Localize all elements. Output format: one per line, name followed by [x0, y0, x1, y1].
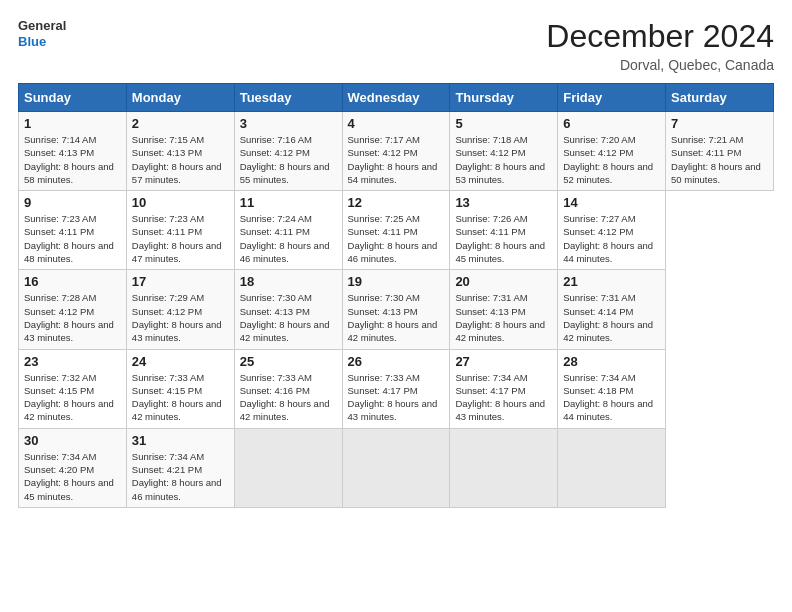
col-header-thursday: Thursday: [450, 84, 558, 112]
sunset-label: Sunset: 4:14 PM: [563, 306, 633, 317]
sunrise-label: Sunrise: 7:32 AM: [24, 372, 96, 383]
cell-info: Sunrise: 7:27 AM Sunset: 4:12 PM Dayligh…: [563, 212, 660, 265]
day-number: 19: [348, 274, 445, 289]
sunrise-label: Sunrise: 7:17 AM: [348, 134, 420, 145]
cell-info: Sunrise: 7:15 AM Sunset: 4:13 PM Dayligh…: [132, 133, 229, 186]
cell-info: Sunrise: 7:14 AM Sunset: 4:13 PM Dayligh…: [24, 133, 121, 186]
sunset-label: Sunset: 4:16 PM: [240, 385, 310, 396]
day-number: 27: [455, 354, 552, 369]
cell-w4-d3: [342, 428, 450, 507]
sunset-label: Sunset: 4:13 PM: [348, 306, 418, 317]
sunrise-label: Sunrise: 7:28 AM: [24, 292, 96, 303]
day-number: 14: [563, 195, 660, 210]
sunrise-label: Sunrise: 7:16 AM: [240, 134, 312, 145]
month-title: December 2024: [546, 18, 774, 55]
day-number: 10: [132, 195, 229, 210]
sunrise-label: Sunrise: 7:18 AM: [455, 134, 527, 145]
sunset-label: Sunset: 4:11 PM: [24, 226, 94, 237]
cell-info: Sunrise: 7:16 AM Sunset: 4:12 PM Dayligh…: [240, 133, 337, 186]
cell-info: Sunrise: 7:34 AM Sunset: 4:21 PM Dayligh…: [132, 450, 229, 503]
day-number: 24: [132, 354, 229, 369]
cell-info: Sunrise: 7:29 AM Sunset: 4:12 PM Dayligh…: [132, 291, 229, 344]
sunset-label: Sunset: 4:13 PM: [240, 306, 310, 317]
day-number: 31: [132, 433, 229, 448]
sunset-label: Sunset: 4:17 PM: [455, 385, 525, 396]
logo-general: General: [18, 18, 66, 34]
daylight-label: Daylight: 8 hours and 42 minutes.: [240, 319, 330, 343]
day-number: 20: [455, 274, 552, 289]
sunrise-label: Sunrise: 7:21 AM: [671, 134, 743, 145]
cell-w4-d4: [450, 428, 558, 507]
sunrise-label: Sunrise: 7:20 AM: [563, 134, 635, 145]
cell-info: Sunrise: 7:18 AM Sunset: 4:12 PM Dayligh…: [455, 133, 552, 186]
sunrise-label: Sunrise: 7:31 AM: [455, 292, 527, 303]
cell-info: Sunrise: 7:17 AM Sunset: 4:12 PM Dayligh…: [348, 133, 445, 186]
sunset-label: Sunset: 4:12 PM: [24, 306, 94, 317]
logo: General Blue: [18, 18, 66, 49]
sunset-label: Sunset: 4:17 PM: [348, 385, 418, 396]
day-number: 28: [563, 354, 660, 369]
sunrise-label: Sunrise: 7:15 AM: [132, 134, 204, 145]
week-row-4: 30 Sunrise: 7:34 AM Sunset: 4:20 PM Dayl…: [19, 428, 774, 507]
daylight-label: Daylight: 8 hours and 55 minutes.: [240, 161, 330, 185]
sunrise-label: Sunrise: 7:25 AM: [348, 213, 420, 224]
daylight-label: Daylight: 8 hours and 42 minutes.: [132, 398, 222, 422]
sunrise-label: Sunrise: 7:29 AM: [132, 292, 204, 303]
cell-w0-d6: 7 Sunrise: 7:21 AM Sunset: 4:11 PM Dayli…: [666, 112, 774, 191]
day-number: 13: [455, 195, 552, 210]
cell-w0-d2: 3 Sunrise: 7:16 AM Sunset: 4:12 PM Dayli…: [234, 112, 342, 191]
day-number: 6: [563, 116, 660, 131]
col-header-friday: Friday: [558, 84, 666, 112]
cell-info: Sunrise: 7:25 AM Sunset: 4:11 PM Dayligh…: [348, 212, 445, 265]
daylight-label: Daylight: 8 hours and 47 minutes.: [132, 240, 222, 264]
cell-w2-d4: 20 Sunrise: 7:31 AM Sunset: 4:13 PM Dayl…: [450, 270, 558, 349]
cell-w0-d0: 1 Sunrise: 7:14 AM Sunset: 4:13 PM Dayli…: [19, 112, 127, 191]
sunset-label: Sunset: 4:12 PM: [132, 306, 202, 317]
day-number: 16: [24, 274, 121, 289]
cell-info: Sunrise: 7:34 AM Sunset: 4:18 PM Dayligh…: [563, 371, 660, 424]
cell-info: Sunrise: 7:31 AM Sunset: 4:13 PM Dayligh…: [455, 291, 552, 344]
sunset-label: Sunset: 4:12 PM: [563, 147, 633, 158]
col-header-monday: Monday: [126, 84, 234, 112]
cell-info: Sunrise: 7:24 AM Sunset: 4:11 PM Dayligh…: [240, 212, 337, 265]
cell-w1-d4: 13 Sunrise: 7:26 AM Sunset: 4:11 PM Dayl…: [450, 191, 558, 270]
week-row-2: 16 Sunrise: 7:28 AM Sunset: 4:12 PM Dayl…: [19, 270, 774, 349]
logo-blue: Blue: [18, 34, 66, 50]
sunrise-label: Sunrise: 7:33 AM: [348, 372, 420, 383]
sunset-label: Sunset: 4:20 PM: [24, 464, 94, 475]
cell-w1-d0: 9 Sunrise: 7:23 AM Sunset: 4:11 PM Dayli…: [19, 191, 127, 270]
daylight-label: Daylight: 8 hours and 44 minutes.: [563, 240, 653, 264]
daylight-label: Daylight: 8 hours and 50 minutes.: [671, 161, 761, 185]
day-number: 30: [24, 433, 121, 448]
daylight-label: Daylight: 8 hours and 46 minutes.: [348, 240, 438, 264]
sunrise-label: Sunrise: 7:14 AM: [24, 134, 96, 145]
cell-w3-d3: 26 Sunrise: 7:33 AM Sunset: 4:17 PM Dayl…: [342, 349, 450, 428]
day-number: 23: [24, 354, 121, 369]
sunset-label: Sunset: 4:11 PM: [348, 226, 418, 237]
sunrise-label: Sunrise: 7:31 AM: [563, 292, 635, 303]
day-number: 17: [132, 274, 229, 289]
sunrise-label: Sunrise: 7:34 AM: [132, 451, 204, 462]
cell-info: Sunrise: 7:34 AM Sunset: 4:17 PM Dayligh…: [455, 371, 552, 424]
day-number: 3: [240, 116, 337, 131]
cell-info: Sunrise: 7:30 AM Sunset: 4:13 PM Dayligh…: [240, 291, 337, 344]
daylight-label: Daylight: 8 hours and 44 minutes.: [563, 398, 653, 422]
day-number: 4: [348, 116, 445, 131]
day-number: 26: [348, 354, 445, 369]
daylight-label: Daylight: 8 hours and 45 minutes.: [24, 477, 114, 501]
page: General Blue December 2024 Dorval, Quebe…: [0, 0, 792, 612]
day-number: 1: [24, 116, 121, 131]
cell-w0-d5: 6 Sunrise: 7:20 AM Sunset: 4:12 PM Dayli…: [558, 112, 666, 191]
cell-w4-d1: 31 Sunrise: 7:34 AM Sunset: 4:21 PM Dayl…: [126, 428, 234, 507]
day-number: 18: [240, 274, 337, 289]
cell-info: Sunrise: 7:20 AM Sunset: 4:12 PM Dayligh…: [563, 133, 660, 186]
daylight-label: Daylight: 8 hours and 45 minutes.: [455, 240, 545, 264]
day-number: 12: [348, 195, 445, 210]
cell-w3-d2: 25 Sunrise: 7:33 AM Sunset: 4:16 PM Dayl…: [234, 349, 342, 428]
sunrise-label: Sunrise: 7:34 AM: [24, 451, 96, 462]
week-row-0: 1 Sunrise: 7:14 AM Sunset: 4:13 PM Dayli…: [19, 112, 774, 191]
location-title: Dorval, Quebec, Canada: [546, 57, 774, 73]
daylight-label: Daylight: 8 hours and 43 minutes.: [348, 398, 438, 422]
daylight-label: Daylight: 8 hours and 54 minutes.: [348, 161, 438, 185]
cell-w4-d2: [234, 428, 342, 507]
